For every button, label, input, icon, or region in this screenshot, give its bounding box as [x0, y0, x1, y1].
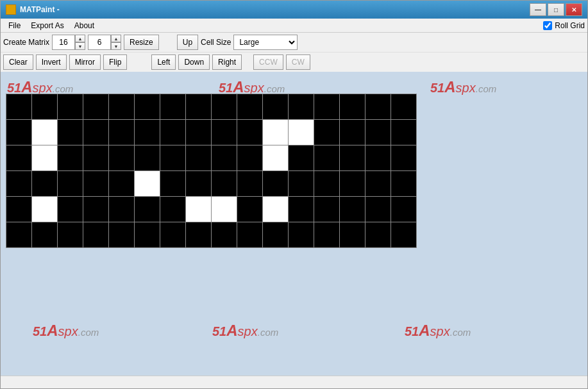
cell[interactable]: [135, 197, 160, 222]
up-button[interactable]: Up: [177, 35, 198, 50]
cell[interactable]: [109, 145, 135, 171]
cell[interactable]: [58, 171, 83, 197]
cell[interactable]: [160, 94, 186, 120]
cell[interactable]: [212, 197, 237, 222]
mirror-button[interactable]: Mirror: [69, 54, 101, 70]
cell[interactable]: [58, 222, 83, 248]
cell[interactable]: [212, 94, 237, 120]
height-up-button[interactable]: ▲: [111, 35, 121, 42]
cell[interactable]: [32, 222, 58, 248]
cell[interactable]: [263, 171, 289, 197]
cell[interactable]: [365, 222, 391, 248]
cell[interactable]: [6, 222, 32, 248]
cell[interactable]: [160, 145, 186, 171]
menu-file[interactable]: File: [3, 20, 26, 31]
cell[interactable]: [314, 94, 340, 120]
cell[interactable]: [289, 120, 314, 145]
cell[interactable]: [289, 222, 314, 248]
cell[interactable]: [237, 197, 263, 222]
cell[interactable]: [83, 94, 109, 120]
cell[interactable]: [32, 94, 58, 120]
right-button[interactable]: Right: [212, 54, 242, 70]
clear-button[interactable]: Clear: [3, 54, 33, 70]
cell[interactable]: [186, 94, 212, 120]
width-input[interactable]: [52, 35, 75, 50]
resize-button[interactable]: Resize: [124, 35, 159, 50]
cell[interactable]: [314, 145, 340, 171]
height-input[interactable]: [88, 35, 111, 50]
cell[interactable]: [365, 120, 391, 145]
cell[interactable]: [58, 94, 83, 120]
cell[interactable]: [263, 197, 289, 222]
cell[interactable]: [109, 171, 135, 197]
cell[interactable]: [160, 171, 186, 197]
cell[interactable]: [212, 120, 237, 145]
cell[interactable]: [289, 94, 314, 120]
cell[interactable]: [6, 171, 32, 197]
cell[interactable]: [109, 222, 135, 248]
cell[interactable]: [6, 94, 32, 120]
cell[interactable]: [109, 94, 135, 120]
cell[interactable]: [83, 197, 109, 222]
cell[interactable]: [109, 197, 135, 222]
cell[interactable]: [135, 145, 160, 171]
cell[interactable]: [314, 197, 340, 222]
maximize-button[interactable]: □: [548, 3, 564, 16]
cell[interactable]: [314, 222, 340, 248]
cell[interactable]: [391, 145, 417, 171]
cell[interactable]: [237, 145, 263, 171]
cell[interactable]: [289, 171, 314, 197]
cell[interactable]: [160, 222, 186, 248]
cell[interactable]: [135, 120, 160, 145]
invert-button[interactable]: Invert: [36, 54, 67, 70]
cell[interactable]: [263, 145, 289, 171]
cell[interactable]: [186, 145, 212, 171]
cell[interactable]: [58, 197, 83, 222]
cell[interactable]: [6, 145, 32, 171]
menu-about[interactable]: About: [69, 20, 99, 31]
cell[interactable]: [391, 222, 417, 248]
cell[interactable]: [160, 120, 186, 145]
cw-button[interactable]: CW: [286, 54, 310, 70]
cell[interactable]: [83, 222, 109, 248]
cell[interactable]: [340, 197, 365, 222]
menu-export-as[interactable]: Export As: [26, 20, 69, 31]
cell[interactable]: [237, 120, 263, 145]
cell[interactable]: [32, 145, 58, 171]
cell[interactable]: [263, 120, 289, 145]
cell[interactable]: [237, 222, 263, 248]
cell[interactable]: [109, 120, 135, 145]
cell[interactable]: [32, 171, 58, 197]
cell[interactable]: [212, 222, 237, 248]
close-button[interactable]: ✕: [566, 3, 582, 16]
cell[interactable]: [289, 145, 314, 171]
cell[interactable]: [186, 120, 212, 145]
cell[interactable]: [263, 94, 289, 120]
cell[interactable]: [340, 171, 365, 197]
ccw-button[interactable]: CCW: [253, 54, 283, 70]
cell[interactable]: [135, 222, 160, 248]
cell[interactable]: [263, 222, 289, 248]
height-down-button[interactable]: ▼: [111, 42, 121, 50]
width-down-button[interactable]: ▼: [75, 42, 85, 50]
cell[interactable]: [314, 120, 340, 145]
cell[interactable]: [58, 120, 83, 145]
cell[interactable]: [186, 197, 212, 222]
cell[interactable]: [391, 171, 417, 197]
cell[interactable]: [212, 171, 237, 197]
width-up-button[interactable]: ▲: [75, 35, 85, 42]
cell[interactable]: [237, 171, 263, 197]
cell[interactable]: [83, 120, 109, 145]
cell[interactable]: [340, 145, 365, 171]
cell[interactable]: [6, 197, 32, 222]
flip-button[interactable]: Flip: [103, 54, 127, 70]
cell[interactable]: [32, 120, 58, 145]
cell[interactable]: [212, 145, 237, 171]
cell[interactable]: [340, 94, 365, 120]
cell[interactable]: [391, 94, 417, 120]
cell[interactable]: [289, 197, 314, 222]
cell-size-select[interactable]: Large Medium Small: [233, 35, 298, 50]
cell[interactable]: [365, 171, 391, 197]
cell[interactable]: [135, 94, 160, 120]
cell[interactable]: [186, 222, 212, 248]
